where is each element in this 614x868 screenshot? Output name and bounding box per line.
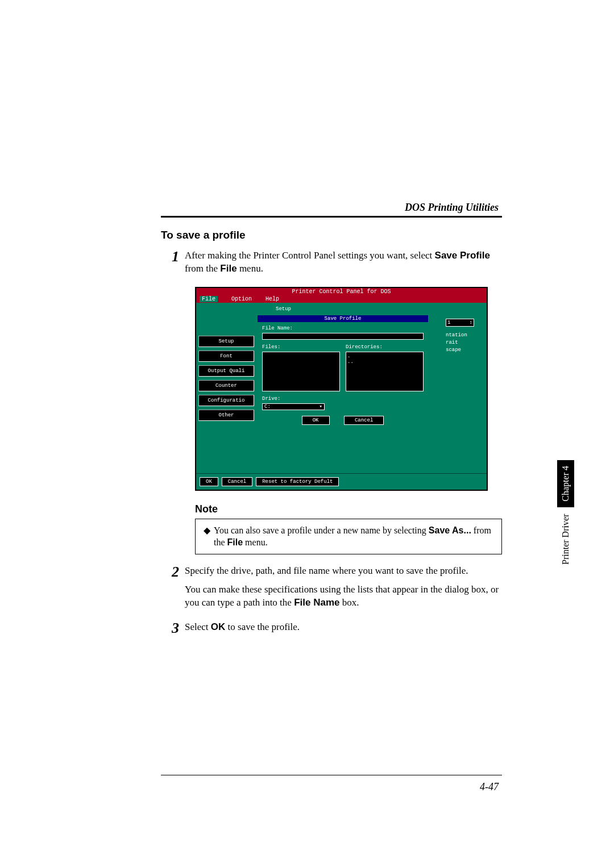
dos-menubar: File Option Help bbox=[196, 295, 487, 303]
step-3: 3 Select OK to save the profile. bbox=[161, 621, 502, 640]
step-number: 3 bbox=[161, 621, 185, 640]
menu-option[interactable]: Option bbox=[231, 296, 252, 302]
sidebar-counter[interactable]: Counter bbox=[198, 380, 254, 391]
label-file-name: File Name: bbox=[262, 326, 424, 331]
footer-cancel-button[interactable]: Cancel bbox=[222, 477, 252, 486]
step-number: 2 bbox=[161, 565, 185, 615]
note-box: ◆ You can also save a profile under a ne… bbox=[195, 519, 502, 555]
dos-window: Printer Control Panel for DOS File Optio… bbox=[195, 287, 488, 491]
text: from the bbox=[185, 263, 220, 274]
step-body: Select OK to save the profile. bbox=[185, 621, 502, 640]
label-save-as: Save As... bbox=[429, 525, 471, 535]
save-profile-title: Save Profile bbox=[258, 315, 428, 322]
drive-select[interactable]: C: ▾ bbox=[262, 403, 325, 410]
diamond-bullet-icon: ◆ bbox=[204, 525, 214, 549]
label-save-profile: Save Profile bbox=[435, 250, 490, 261]
dos-titlebar: Printer Control Panel for DOS bbox=[196, 288, 487, 295]
dir-item[interactable]: .. bbox=[347, 359, 422, 365]
cancel-button[interactable]: Cancel bbox=[344, 416, 384, 425]
side-tab-chapter: Chapter 4 bbox=[557, 460, 574, 507]
drive-value: C: bbox=[264, 404, 271, 410]
label-file: File bbox=[227, 537, 243, 547]
label-ok: OK bbox=[211, 621, 226, 632]
step-number: 1 bbox=[161, 249, 185, 281]
menu-help[interactable]: Help bbox=[265, 296, 279, 302]
label-file-name: File Name bbox=[294, 597, 339, 608]
file-name-input[interactable] bbox=[262, 333, 424, 340]
chevron-down-icon: ▾ bbox=[320, 403, 322, 410]
orientation-label-frag: ntation bbox=[446, 332, 482, 338]
orientation-portrait-frag: rait bbox=[446, 340, 482, 345]
text: Select bbox=[185, 621, 211, 632]
spinner-value: 1 bbox=[447, 320, 450, 326]
step-2: 2 Specify the drive, path, and file name… bbox=[161, 565, 502, 615]
files-listbox[interactable] bbox=[262, 352, 340, 391]
page-number: 4-47 bbox=[161, 781, 502, 793]
note-title: Note bbox=[195, 503, 502, 515]
footer-reset-button[interactable]: Reset to factory Defult bbox=[256, 477, 339, 486]
footer: 4-47 bbox=[161, 775, 502, 793]
dos-body: Setup Setup Font Output Quali Counter Co… bbox=[196, 303, 487, 473]
sidebar-output-quality[interactable]: Output Quali bbox=[198, 365, 254, 377]
footer-rule bbox=[161, 775, 502, 775]
sidebar-other[interactable]: Other bbox=[198, 410, 254, 421]
subsection-title: To save a profile bbox=[161, 229, 502, 241]
save-profile-panel: Save Profile File Name: Files: Directori… bbox=[258, 315, 428, 428]
copies-spinner[interactable]: 1 ↕ bbox=[446, 319, 474, 327]
step-1: 1 After making the Printer Control Panel… bbox=[161, 249, 502, 281]
step-body: After making the Printer Control Panel s… bbox=[185, 249, 502, 281]
label-directories: Directories: bbox=[346, 344, 424, 350]
note-text: menu. bbox=[243, 537, 268, 547]
directories-listbox[interactable]: . .. bbox=[346, 352, 424, 391]
label-files: Files: bbox=[262, 344, 340, 350]
sidebar-setup[interactable]: Setup bbox=[198, 336, 254, 347]
text: to save the profile. bbox=[225, 621, 300, 632]
right-panel: 1 ↕ ntation rait scape bbox=[446, 319, 482, 354]
footer-ok-button[interactable]: OK bbox=[200, 477, 218, 486]
label-file: File bbox=[220, 263, 237, 274]
setup-frame-label: Setup bbox=[276, 306, 291, 312]
sidebar-configuration[interactable]: Configuratio bbox=[198, 395, 254, 406]
side-tab-label: Printer Driver bbox=[558, 510, 573, 569]
step-text: Specify the drive, path, and file name w… bbox=[185, 565, 502, 578]
dos-sidebar: Setup Font Output Quali Counter Configur… bbox=[196, 303, 256, 473]
text: menu. bbox=[237, 263, 263, 274]
menu-file[interactable]: File bbox=[200, 296, 218, 302]
text: After making the Printer Control Panel s… bbox=[185, 250, 435, 261]
orientation-landscape-frag: scape bbox=[446, 347, 482, 353]
step-body: Specify the drive, path, and file name w… bbox=[185, 565, 502, 615]
spinner-up-down-icon: ↕ bbox=[470, 320, 472, 326]
note-text: You can also save a profile under a new … bbox=[214, 525, 429, 535]
ok-button[interactable]: OK bbox=[302, 416, 330, 425]
dos-footer: OK Cancel Reset to factory Defult bbox=[196, 473, 487, 490]
header-rule bbox=[161, 216, 502, 218]
text: box. bbox=[339, 597, 359, 608]
label-drive: Drive: bbox=[262, 396, 424, 402]
section-title: DOS Printing Utilities bbox=[161, 202, 502, 214]
sidebar-font[interactable]: Font bbox=[198, 350, 254, 362]
side-tab: Printer Driver Chapter 4 bbox=[557, 460, 574, 569]
dir-item[interactable]: . bbox=[347, 353, 422, 359]
